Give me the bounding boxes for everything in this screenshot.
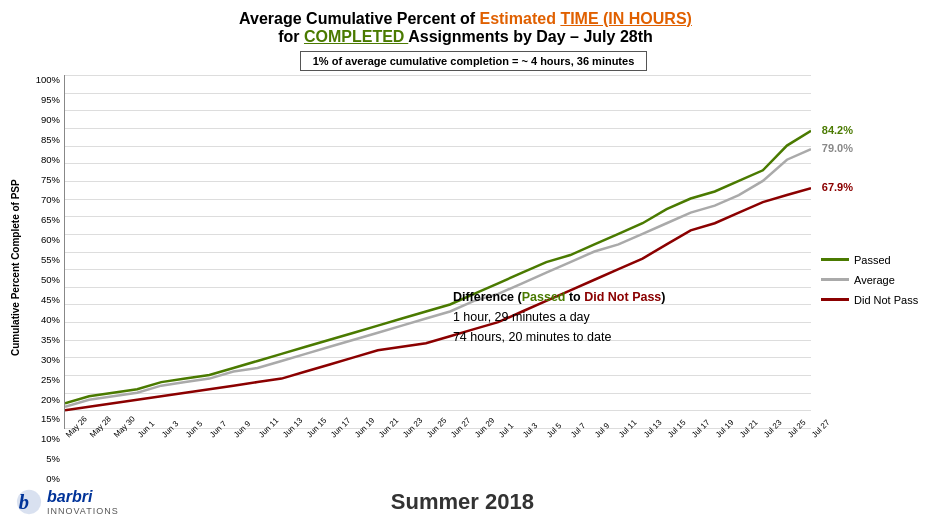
title-pre: Average Cumulative Percent of — [239, 10, 479, 27]
y-tick: 65% — [41, 215, 60, 225]
y-axis: 100%95%90%85%80%75%70%65%60%55%50%45%40%… — [26, 75, 64, 484]
y-tick: 85% — [41, 135, 60, 145]
y-tick: 45% — [41, 295, 60, 305]
difference-box: Difference (Passed to Did Not Pass) 1 ho… — [453, 287, 666, 347]
title-line2: for COMPLETED Assignments by Day – July … — [10, 28, 921, 46]
y-tick: 0% — [46, 474, 60, 484]
legend-label-passed: Passed — [854, 254, 891, 266]
page-container: Average Cumulative Percent of Estimated … — [0, 0, 936, 526]
y-tick: 55% — [41, 255, 60, 265]
summer-year: Summer 2018 — [391, 489, 534, 515]
y-tick: 80% — [41, 155, 60, 165]
y-tick: 50% — [41, 275, 60, 285]
diff-line2: 74 hours, 20 minutes to date — [453, 327, 666, 347]
barbri-logo: b barbri INNOVATIONS — [15, 488, 119, 516]
barbri-name: barbri — [47, 488, 119, 506]
title-time: TIME (IN HOURS) — [560, 10, 692, 27]
y-tick: 40% — [41, 315, 60, 325]
y-tick: 60% — [41, 235, 60, 245]
innovations-text: INNOVATIONS — [47, 506, 119, 516]
legend-line-dnp — [821, 298, 849, 301]
info-box-text: 1% of average cumulative completion = ~ … — [300, 51, 648, 71]
barbri-icon: b — [15, 488, 43, 516]
chart-with-legend: 100%95%90%85%80%75%70%65%60%55%50%45%40%… — [26, 75, 921, 484]
title-for: for — [278, 28, 304, 45]
legend-label-dnp: Did Not Pass — [854, 294, 918, 306]
legend-item-passed: Passed — [821, 254, 921, 266]
legend-item-average: Average — [821, 274, 921, 286]
diff-line1: 1 hour, 29 minutes a day — [453, 307, 666, 327]
barbri-text-block: barbri INNOVATIONS — [47, 488, 119, 516]
y-tick: 90% — [41, 115, 60, 125]
footer: b barbri INNOVATIONS Summer 2018 — [10, 488, 921, 516]
x-axis: May 26May 28May 30Jun 1Jun 3Jun 5Jun 7Ju… — [64, 429, 811, 484]
chart-plot-area: 84.2% 79.0% 67.9% Difference (Passed to … — [64, 75, 811, 429]
y-tick: 30% — [41, 355, 60, 365]
chart-inner: 1% of average cumulative completion = ~ … — [26, 51, 921, 484]
diff-dnp: Did Not Pass — [584, 290, 661, 304]
y-tick: 35% — [41, 335, 60, 345]
y-tick: 20% — [41, 395, 60, 405]
y-axis-label: Cumulative Percent Complete of PSP — [10, 51, 24, 484]
chart-area: Cumulative Percent Complete of PSP 1% of… — [10, 51, 921, 484]
diff-to: to — [565, 290, 584, 304]
legend-line-average — [821, 278, 849, 281]
title-area: Average Cumulative Percent of Estimated … — [10, 10, 921, 46]
title-rest: Assignments by Day – July 28th — [408, 28, 653, 45]
title-line1: Average Cumulative Percent of Estimated … — [10, 10, 921, 28]
diff-title: Difference (Passed to Did Not Pass) — [453, 290, 666, 304]
y-tick: 25% — [41, 375, 60, 385]
title-estimated: Estimated — [479, 10, 560, 27]
y-tick: 100% — [36, 75, 60, 85]
legend-item-dnp: Did Not Pass — [821, 294, 921, 306]
y-tick: 15% — [41, 414, 60, 424]
y-tick: 95% — [41, 95, 60, 105]
y-tick: 70% — [41, 195, 60, 205]
y-tick: 10% — [41, 434, 60, 444]
info-box: 1% of average cumulative completion = ~ … — [26, 51, 921, 71]
svg-text:b: b — [19, 491, 29, 513]
legend-label-average: Average — [854, 274, 895, 286]
legend-line-passed — [821, 258, 849, 261]
title-completed: COMPLETED — [304, 28, 408, 45]
y-tick: 5% — [46, 454, 60, 464]
chart-svg — [65, 75, 811, 428]
y-tick: 75% — [41, 175, 60, 185]
